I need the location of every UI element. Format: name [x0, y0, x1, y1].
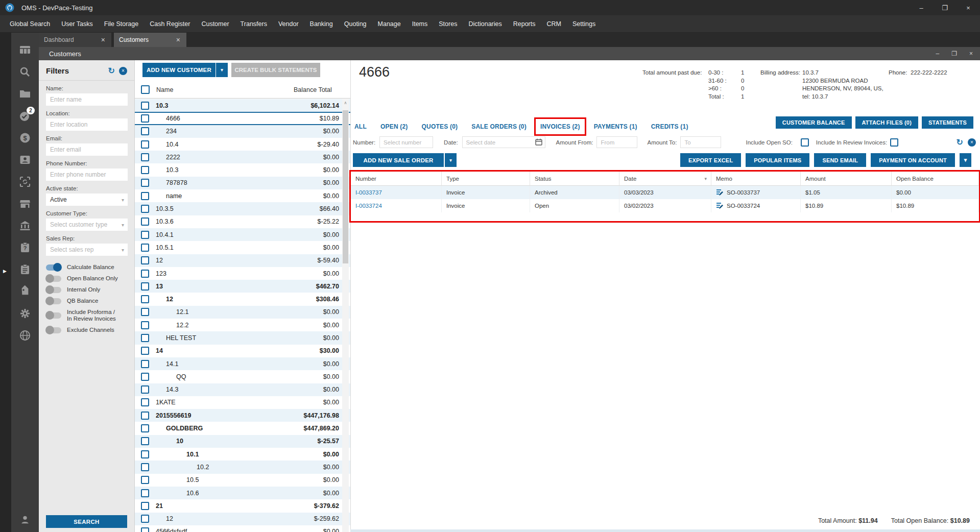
money-icon[interactable]: $ — [19, 132, 31, 144]
invoice-clear-icon[interactable]: × — [968, 138, 976, 147]
customer-list-scrollbar[interactable]: ∧ — [342, 99, 349, 532]
expand-panel-arrow-icon[interactable]: ▶ — [3, 269, 7, 274]
add-new-sale-order-dropdown[interactable]: ▾ — [445, 153, 457, 167]
minimize-button[interactable]: – — [910, 0, 933, 15]
filter-input-location[interactable] — [46, 118, 128, 131]
scan-icon[interactable] — [19, 176, 31, 188]
filter-select-sales-rep[interactable]: Select sales rep▾ — [46, 244, 128, 256]
detail-tab-open-2[interactable]: OPEN (2) — [380, 123, 408, 130]
toggle-include-proforma-in-review-invoices[interactable] — [46, 312, 61, 319]
row-checkbox[interactable] — [141, 373, 149, 381]
number-filter-input[interactable] — [379, 136, 433, 148]
row-checkbox[interactable] — [141, 114, 149, 123]
customer-row[interactable]: 10.6$0.00 — [135, 487, 350, 499]
menu-item-transfers[interactable]: Transfers — [235, 15, 273, 33]
invoice-column-header-type[interactable]: Type — [442, 172, 530, 186]
invoice-column-header-open-balance[interactable]: Open Balance — [892, 172, 979, 186]
calendar-icon[interactable] — [535, 138, 542, 148]
menu-item-crm[interactable]: CRM — [541, 15, 567, 33]
customer-row[interactable]: 21$-379.62 — [135, 499, 350, 512]
invoice-row[interactable]: I-0033737InvoiceArchived03/03/2023SO-003… — [351, 186, 979, 199]
memo-link[interactable]: SO-0033737 — [727, 189, 760, 196]
toggle-exclude-channels[interactable] — [46, 327, 61, 333]
amount-from-input[interactable] — [596, 136, 637, 148]
row-checkbox[interactable] — [141, 476, 149, 484]
search-button[interactable]: SEARCH — [46, 515, 127, 528]
tab-dashboard[interactable]: Dashboard× — [39, 33, 111, 47]
globe-icon[interactable] — [19, 329, 31, 342]
detail-tab-invoices-2[interactable]: INVOICES (2) — [534, 117, 586, 136]
row-checkbox[interactable] — [141, 127, 149, 135]
row-checkbox[interactable] — [141, 295, 149, 303]
row-checkbox[interactable] — [141, 424, 149, 432]
clipboard-list-icon[interactable] — [19, 263, 31, 276]
customer-row[interactable]: 2015556619$447,176.98 — [135, 409, 350, 422]
row-checkbox[interactable] — [141, 515, 149, 523]
menu-item-manage[interactable]: Manage — [372, 15, 407, 33]
customer-row[interactable]: 10.4$-29.40 — [135, 138, 350, 151]
customer-row[interactable]: 4566dsfsdf$0.00 — [135, 525, 350, 532]
customer-row[interactable]: QQ$0.00 — [135, 370, 350, 383]
customer-row[interactable]: 787878$0.00 — [135, 177, 350, 189]
filter-input-name[interactable] — [46, 93, 128, 106]
row-checkbox[interactable] — [141, 334, 149, 342]
detail-tab-quotes-0[interactable]: QUOTES (0) — [422, 123, 458, 130]
row-checkbox[interactable] — [141, 179, 149, 187]
filter-select-active-state[interactable]: Active▾ — [46, 194, 128, 206]
invoice-number-link[interactable]: I-0033724 — [355, 203, 382, 209]
menu-item-global-search[interactable]: Global Search — [4, 15, 56, 33]
customer-row[interactable]: 10.1$0.00 — [135, 448, 350, 461]
inner-restore-button[interactable]: ❐ — [951, 50, 957, 57]
tag-icon[interactable] — [19, 285, 31, 298]
row-checkbox[interactable] — [141, 398, 149, 406]
customer-row[interactable]: HEL TEST$0.00 — [135, 331, 350, 344]
row-checkbox[interactable] — [141, 489, 149, 497]
invoice-column-header-status[interactable]: Status — [530, 172, 619, 186]
customer-balance-button[interactable]: CUSTOMER BALANCE — [776, 116, 852, 129]
menu-item-file-storage[interactable]: File Storage — [99, 15, 144, 33]
create-bulk-statements-button[interactable]: CREATE BULK STATEMENTS — [231, 63, 320, 77]
menu-item-items[interactable]: Items — [407, 15, 434, 33]
row-checkbox[interactable] — [141, 527, 149, 532]
filter-input-email[interactable] — [46, 143, 128, 156]
row-checkbox[interactable] — [141, 270, 149, 278]
tasks-check-icon[interactable]: 2 — [19, 110, 31, 122]
row-checkbox[interactable] — [141, 450, 149, 458]
add-new-customer-dropdown[interactable]: ▾ — [216, 63, 228, 77]
row-checkbox[interactable] — [141, 321, 149, 329]
customer-row[interactable]: 12$-59.40 — [135, 254, 350, 267]
row-checkbox[interactable] — [141, 347, 149, 355]
payment-on-account-button[interactable]: PAYMENT ON ACCOUNT — [871, 153, 955, 167]
sort-desc-icon[interactable]: ▾ — [704, 176, 707, 181]
filter-select-customer-type[interactable]: Select customer type▾ — [46, 219, 128, 231]
invoice-column-header-memo[interactable]: Memo — [711, 172, 801, 186]
customer-row[interactable]: 13$462.70 — [135, 280, 350, 293]
menu-item-vendor[interactable]: Vendor — [273, 15, 304, 33]
invoice-column-header-amount[interactable]: Amount — [801, 172, 892, 186]
customer-row[interactable]: 234$0.00 — [135, 125, 350, 138]
row-checkbox[interactable] — [141, 463, 149, 471]
date-filter-input[interactable] — [462, 136, 545, 148]
invoice-column-header-date[interactable]: Date▾ — [619, 172, 711, 186]
row-checkbox[interactable] — [141, 385, 149, 394]
dashboard-icon[interactable] — [19, 44, 31, 56]
user-icon[interactable] — [19, 514, 31, 526]
detail-tab-all[interactable]: ALL — [354, 123, 367, 130]
row-checkbox[interactable] — [141, 217, 149, 226]
add-new-sale-order-button[interactable]: ADD NEW SALE ORDER — [353, 153, 444, 167]
row-checkbox[interactable] — [141, 102, 149, 110]
row-checkbox[interactable] — [141, 244, 149, 252]
toggle-qb-balance[interactable] — [46, 298, 61, 304]
close-button[interactable]: × — [957, 0, 980, 15]
row-checkbox[interactable] — [141, 282, 149, 291]
customer-row[interactable]: 12$308.46 — [135, 293, 350, 305]
detail-tab-payments-1[interactable]: PAYMENTS (1) — [594, 123, 637, 130]
customer-row[interactable]: 12.2$0.00 — [135, 319, 350, 331]
customer-row[interactable]: 14.3$0.00 — [135, 383, 350, 396]
row-checkbox[interactable] — [141, 153, 149, 161]
tab-close-icon[interactable]: × — [100, 36, 106, 44]
customer-row[interactable]: 14$30.00 — [135, 345, 350, 357]
invoice-column-header-number[interactable]: Number — [351, 172, 442, 186]
send-email-button[interactable]: SEND EMAIL — [814, 153, 866, 167]
scroll-up-icon[interactable]: ∧ — [342, 101, 349, 105]
